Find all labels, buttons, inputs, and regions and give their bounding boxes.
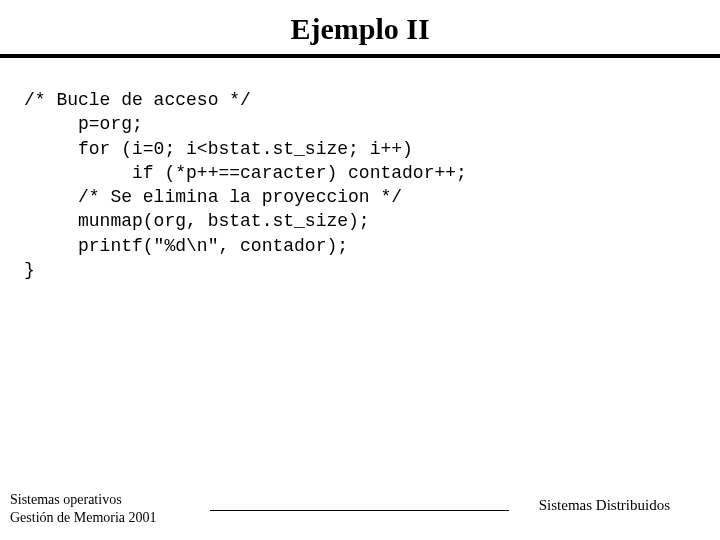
footer-rule [210,510,509,511]
code-line: /* Se elimina la proyeccion */ [24,187,402,207]
footer: Sistemas operativos Gestión de Memoria 2… [0,491,720,526]
code-line: p=org; [24,114,143,134]
slide-title: Ejemplo II [0,0,720,54]
footer-left-line2: Gestión de Memoria 2001 [10,509,210,527]
code-line: } [24,260,35,280]
footer-left: Sistemas operativos Gestión de Memoria 2… [0,491,210,526]
code-line: if (*p++==caracter) contador++; [24,163,467,183]
code-line: for (i=0; i<bstat.st_size; i++) [24,139,413,159]
code-line: printf("%d\n", contador); [24,236,348,256]
code-block: /* Bucle de acceso */ p=org; for (i=0; i… [0,58,720,282]
slide: Ejemplo II /* Bucle de acceso */ p=org; … [0,0,720,540]
code-line: /* Bucle de acceso */ [24,90,251,110]
footer-right: Sistemas Distribuidos [509,497,720,526]
code-line: munmap(org, bstat.st_size); [24,211,370,231]
footer-left-line1: Sistemas operativos [10,491,210,509]
